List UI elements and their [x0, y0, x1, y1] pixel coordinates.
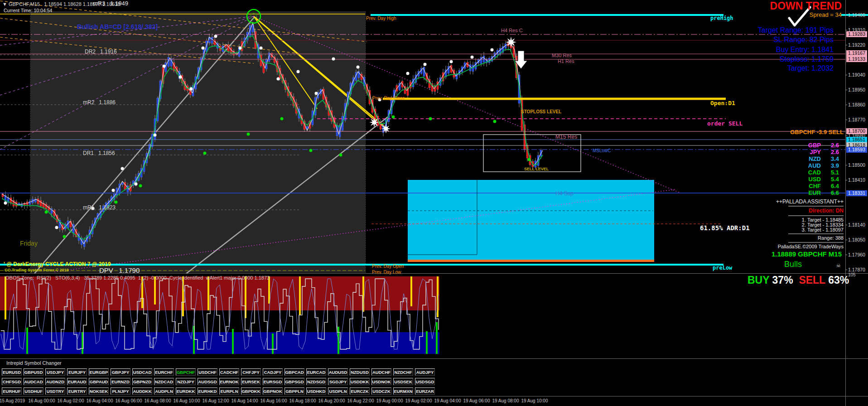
symbol-button-usdsek[interactable]: USDSEK	[393, 378, 413, 385]
m30-res-label: M30 Res	[552, 53, 572, 58]
symbol-button-eurnzd[interactable]: EURNZD	[111, 378, 130, 385]
buy-value: 37%	[772, 274, 793, 286]
price-tick	[845, 225, 847, 225]
symbol-button-eurczk[interactable]: EURCZK	[350, 387, 370, 395]
price-axis-label: 1.19040	[848, 72, 865, 77]
symbol-button-eurcad[interactable]: EURCAD	[306, 368, 326, 376]
symbol-button-eurmxn[interactable]: EURMXN	[393, 387, 413, 395]
price-tick	[845, 120, 847, 120]
price-tick	[845, 135, 847, 136]
symbol-button-gbpchf[interactable]: GBPCHF	[176, 368, 196, 376]
symbol-button-gbpusd[interactable]: GBPUSD	[24, 368, 43, 376]
pallada-target-3: 3. Target - 1.18097	[802, 227, 844, 232]
mt4-terminal: ▼ GBPCHF,M15 1.18594 1.18628 1.18577 1.1…	[0, 0, 868, 406]
symbol-button-eurjpy[interactable]: EURJPY	[67, 368, 87, 376]
symbol-button-cadjpy[interactable]: CADJPY	[263, 368, 283, 376]
strength-value-gbp: 2.6	[831, 142, 839, 149]
strength-code-jpy: JPY	[810, 149, 821, 155]
price-badge: 1.19283	[846, 31, 867, 37]
symbol-button-audchf[interactable]: AUDCHF	[371, 368, 391, 376]
symbol-button-eurusd[interactable]: EURUSD	[2, 368, 22, 376]
symbol-button-usdtry[interactable]: USDTRY	[45, 387, 65, 395]
price-tick	[845, 240, 847, 240]
stoploss-level-label: STOPLOSS LEVEL	[521, 110, 561, 114]
symbol-button-audpln[interactable]: AUDPLN	[154, 387, 174, 395]
current-time-label: Current Time: 10:04:54	[4, 8, 52, 13]
symbol-button-audcad[interactable]: AUDCAD	[24, 378, 43, 385]
symbol-button-audnzd[interactable]: AUDNZD	[45, 378, 65, 385]
symbol-button-usddkk[interactable]: USDDKK	[350, 378, 370, 385]
symbol-button-chfsgd[interactable]: CHFSGD	[2, 378, 22, 385]
symbol-button-eursek[interactable]: EURSEK	[241, 378, 261, 385]
sentiment-bar: BUY 37% SELL 63%	[747, 274, 849, 286]
symbol-button-eurchf[interactable]: EURCHF	[154, 368, 174, 376]
symbol-button-eurdkk[interactable]: EURDKK	[176, 387, 196, 395]
symbol-button-usdnok[interactable]: USDNOK	[371, 378, 391, 385]
symbol-button-usdcad[interactable]: USDCAD	[132, 368, 152, 376]
symbol-button-eursgd[interactable]: EURSGD	[263, 378, 283, 385]
strength-value-aud: 3.9	[831, 162, 839, 169]
symbol-button-nzdjpy[interactable]: NZDJPY	[176, 378, 196, 385]
symbol-button-gbpnok[interactable]: GBPNOK	[263, 387, 283, 395]
symbol-button-gbpdkk[interactable]: GBPDKK	[241, 387, 261, 395]
pallada-direction: Direction: DN	[809, 208, 844, 213]
price-badge: 1.19133	[846, 56, 867, 62]
symbol-button-gbpnzd[interactable]: GBPNZD	[132, 378, 152, 385]
symbol-button-gbppln[interactable]: GBPPLN	[285, 387, 304, 395]
symbol-button-nzdchf[interactable]: NZDCHF	[393, 368, 413, 376]
symbol-button-eurpln[interactable]: EURPLN	[219, 387, 239, 395]
chart-ohlc-values: 1.18594 1.18628 1.18577 1.18618	[44, 1, 120, 7]
symbol-button-eurhkd[interactable]: EURHKD	[198, 387, 217, 395]
symbol-button-cadchf[interactable]: CADCHF	[219, 368, 239, 376]
symbol-button-eurzar[interactable]: EURZAR	[415, 387, 435, 395]
symbol-button-usdpln[interactable]: USDPLN	[328, 387, 348, 395]
symbol-dropdown-icon[interactable]: ▼	[2, 1, 7, 7]
symbol-button-nzdusd[interactable]: NZDUSD	[350, 368, 370, 376]
symbol-button-usdhuf[interactable]: USDHUF	[24, 387, 43, 395]
symbol-button-eurhuf[interactable]: EURHUF	[2, 387, 22, 395]
symbol-button-auddkk[interactable]: AUDDKK	[132, 387, 152, 395]
price-axis-label: 1.18140	[848, 222, 865, 227]
symbol-button-nzdsgd[interactable]: NZDSGD	[306, 378, 326, 385]
strength-value-eur: 6.6	[831, 189, 839, 196]
pallada-quote: 1.18889 GBPCHF M15	[772, 251, 842, 257]
symbol-button-eurnok[interactable]: EURNOK	[219, 378, 239, 385]
h4-sup-label: H4 Sup	[555, 191, 574, 196]
symbol-button-eurgbp[interactable]: EURGBP	[89, 368, 109, 376]
symbol-button-audsgd[interactable]: AUDSGD	[198, 378, 217, 385]
symbol-button-gbpaud[interactable]: GBPAUD	[89, 378, 109, 385]
symbol-button-noksek[interactable]: NOKSEK	[89, 387, 109, 395]
symbol-button-usdchf[interactable]: USDCHF	[198, 368, 217, 376]
sell-value: 63%	[828, 274, 849, 286]
symbol-button-usdjpy[interactable]: USDJPY	[45, 368, 65, 376]
symbol-button-gbpjpy[interactable]: GBPJPY	[111, 368, 130, 376]
symbol-button-sgdjpy[interactable]: SGDJPY	[328, 378, 348, 385]
symbol-button-usdsgd[interactable]: USDSGD	[415, 378, 435, 385]
symbol-button-chfjpy[interactable]: CHFJPY	[241, 368, 261, 376]
strength-header-label: GBPCHF -3.9 SELL	[790, 129, 844, 135]
price-axis-label: 1.19220	[848, 42, 865, 48]
price-tick	[845, 45, 847, 45]
time-axis-label: 19 Aug 10:00	[514, 398, 555, 403]
pallada-copyright: PalladaSE.©2009 TradeWays	[778, 244, 844, 249]
strength-value-usd: 5.4	[831, 176, 839, 183]
symbol-button-nzdcad[interactable]: NZDCAD	[154, 378, 174, 385]
price-axis-label: 1.19400	[848, 12, 865, 18]
symbol-button-audusd[interactable]: AUDUSD	[328, 368, 348, 376]
symbol-button-euraud[interactable]: EURAUD	[67, 378, 87, 385]
price-tick	[845, 75, 847, 75]
strength-code-usd: USD	[809, 176, 821, 183]
price-axis-label: 1.17960	[848, 252, 865, 257]
friday-label: Friday	[20, 240, 38, 246]
symbol-button-audjpy[interactable]: AUDJPY	[415, 368, 435, 376]
symbol-button-usdczk[interactable]: USDCZK	[371, 387, 391, 395]
symbol-button-plnjpy[interactable]: PLNJPY	[111, 387, 130, 395]
symbol-button-gbpsgd[interactable]: GBPSGD	[285, 378, 304, 385]
price-tick	[845, 180, 847, 180]
symbol-button-eurtry[interactable]: EURTRY	[67, 387, 87, 395]
trade-info-line: Stoploss: 1.1759	[780, 55, 834, 63]
open-d1-label: Open:D1	[710, 100, 735, 106]
symbol-button-usdhkd[interactable]: USDHKD	[306, 387, 326, 395]
symbol-button-gbpcad[interactable]: GBPCAD	[285, 368, 304, 376]
dr1-pivot-label: DR1 1.1856	[83, 150, 115, 156]
